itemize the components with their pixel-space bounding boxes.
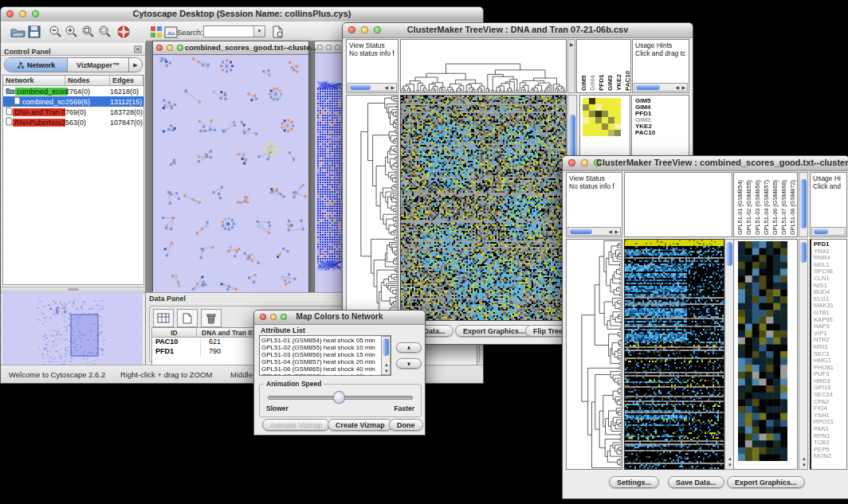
matrix-cell[interactable]: [595, 98, 602, 104]
matrix-cell[interactable]: [583, 111, 589, 117]
tv2-heatmap-panel[interactable]: [624, 239, 724, 470]
close-icon[interactable]: [317, 45, 323, 50]
tv1-hints-hscrollbar[interactable]: ◀ ▶: [634, 83, 688, 92]
minimize-icon[interactable]: [167, 45, 173, 51]
tv2-title-bar[interactable]: ClusterMaker TreeView : combined_scores_…: [563, 156, 848, 171]
matrix-cell[interactable]: [608, 98, 614, 104]
matrix-cell[interactable]: [583, 117, 589, 123]
tv2-hints-hscrollbar[interactable]: [811, 227, 846, 236]
zoom-window-icon[interactable]: [177, 45, 183, 51]
attribute-item[interactable]: GPL51-01 (GSM854) heat shock 05 min: [261, 337, 380, 344]
scroll-thumb[interactable]: [800, 242, 807, 263]
matrix-cell[interactable]: [589, 130, 595, 136]
attribute-item[interactable]: GPL51-06 (GSM865) heat shock 40 min: [261, 365, 380, 373]
tv1-row-dendrogram[interactable]: [347, 96, 398, 320]
matrix-cell[interactable]: [583, 98, 589, 104]
scroll-left-icon[interactable]: ◀: [608, 229, 612, 234]
move-down-button[interactable]: ∨: [396, 358, 422, 369]
matrix-cell[interactable]: [602, 111, 608, 117]
settings-button[interactable]: Settings...: [609, 476, 659, 488]
matrix-cell[interactable]: [589, 111, 595, 117]
attribute-item[interactable]: GPL51-03 (GSM856) heat shock 15 min: [261, 351, 380, 358]
scroll-thumb[interactable]: [636, 84, 660, 90]
export-graphics-button[interactable]: Export Graphics...: [455, 325, 533, 337]
matrix-cell[interactable]: [583, 104, 589, 111]
matrix-cell[interactable]: [614, 104, 621, 111]
matrix-cell[interactable]: [608, 130, 614, 136]
matrix-cell[interactable]: [589, 104, 595, 111]
delete-attribute-trash-icon[interactable]: [201, 309, 222, 327]
matrix-cell[interactable]: [583, 130, 589, 136]
main-title-bar[interactable]: Cytoscape Desktop (Session Name: collins…: [1, 7, 483, 22]
matrix-cell[interactable]: [595, 111, 602, 117]
hairball-network-view[interactable]: [315, 53, 345, 300]
network-row[interactable]: combined_scores2764(0)16218(0): [3, 86, 143, 96]
matrix-cell[interactable]: [602, 98, 608, 104]
matrix-cell[interactable]: [583, 123, 589, 130]
matrix-cell[interactable]: [614, 98, 621, 104]
matrix-cell[interactable]: [608, 123, 614, 130]
attribute-table-icon[interactable]: [153, 309, 174, 327]
tv2-row-dendrogram[interactable]: [567, 240, 622, 469]
scroll-right-icon[interactable]: ▶: [614, 229, 618, 234]
matrix-cell[interactable]: [589, 117, 595, 123]
tv1-heatmap-panel[interactable]: [400, 95, 567, 321]
matrix-cell[interactable]: [614, 130, 621, 136]
attribute-item[interactable]: GPL51-07 (GSM868) heat shock 60 min: [261, 373, 380, 376]
scroll-down-icon[interactable]: ▼: [802, 463, 807, 467]
attribute-list-vscrollbar[interactable]: ▲ ▼: [381, 336, 391, 375]
tab-vizmapper[interactable]: VizMapper™: [68, 58, 128, 72]
scroll-thumb[interactable]: [726, 242, 732, 266]
save-data-button[interactable]: Save Data...: [668, 476, 724, 488]
tab-overflow-arrow-icon[interactable]: ▶: [128, 58, 142, 72]
tv2-row-dendrogram-panel[interactable]: [566, 239, 622, 470]
open-folder-icon[interactable]: [9, 23, 26, 41]
network-graph-view[interactable]: [153, 55, 308, 300]
col-edges[interactable]: Edges: [110, 76, 143, 86]
scroll-down-icon[interactable]: ▼: [384, 369, 389, 373]
matrix-cell[interactable]: [602, 123, 608, 130]
matrix-cell[interactable]: [608, 111, 614, 117]
tv1-title-bar[interactable]: ClusterMaker TreeView : DNA and Tran 07-…: [343, 23, 693, 38]
zoom-out-icon[interactable]: [47, 23, 65, 41]
tv1-dendro-scroll-strip[interactable]: ▶: [567, 39, 575, 93]
create-vizmap-button[interactable]: Create Vizmap: [328, 419, 393, 431]
matrix-cell[interactable]: [614, 111, 621, 117]
matrix-cell[interactable]: [614, 123, 621, 130]
network-row[interactable]: combined_sco2569(6)13112(15): [3, 96, 143, 107]
zoom-fit-icon[interactable]: [96, 23, 114, 41]
col-nodes[interactable]: Nodes: [65, 76, 110, 86]
new-attribute-icon[interactable]: [177, 309, 198, 327]
tv2-zoom-heatmap-panel[interactable]: [733, 239, 798, 470]
move-up-button[interactable]: ∧: [396, 342, 422, 353]
tv2-global-heatmap[interactable]: [625, 240, 724, 469]
tv1-status-hscrollbar[interactable]: ◀ ▶: [347, 83, 397, 92]
matrix-cell[interactable]: [595, 104, 602, 111]
scroll-right-icon[interactable]: ▶: [681, 85, 685, 90]
zoom-in-icon[interactable]: [63, 23, 80, 41]
close-icon[interactable]: [156, 45, 163, 51]
tv1-column-dendrogram-panel[interactable]: [400, 39, 567, 93]
scroll-thumb[interactable]: [350, 84, 371, 90]
tv1-column-dendrogram[interactable]: [401, 40, 566, 92]
help-ring-icon[interactable]: [115, 23, 132, 41]
attribute-listbox[interactable]: GPL51-01 (GSM854) heat shock 05 minGPL51…: [259, 335, 391, 376]
network-overview-thumbnail[interactable]: [2, 292, 143, 366]
network-view-title-bar[interactable]: combined_scores_good.txt--cluste...: [153, 41, 308, 55]
tv1-global-heatmap[interactable]: [401, 96, 566, 320]
matrix-cell[interactable]: [589, 98, 595, 104]
tv1-row-dendrogram-panel[interactable]: [346, 95, 398, 321]
scroll-up-icon[interactable]: ▲: [728, 456, 732, 461]
zoom-window-icon[interactable]: [335, 45, 340, 50]
matrix-cell[interactable]: [602, 130, 608, 136]
float-panel-icon[interactable]: [134, 45, 142, 53]
scroll-thumb[interactable]: [814, 229, 828, 234]
scroll-down-icon[interactable]: ▼: [728, 463, 732, 467]
scroll-right-icon[interactable]: ▶: [391, 85, 395, 90]
scroll-up-icon[interactable]: ▲: [384, 362, 389, 367]
matrix-cell[interactable]: [595, 130, 602, 136]
tv2-column-dendrogram-panel[interactable]: [624, 172, 732, 237]
col-network[interactable]: Network: [3, 76, 65, 86]
matrix-cell[interactable]: [608, 117, 614, 123]
attribute-item[interactable]: GPL51-02 (GSM855) heat shock 10 min: [261, 344, 380, 351]
